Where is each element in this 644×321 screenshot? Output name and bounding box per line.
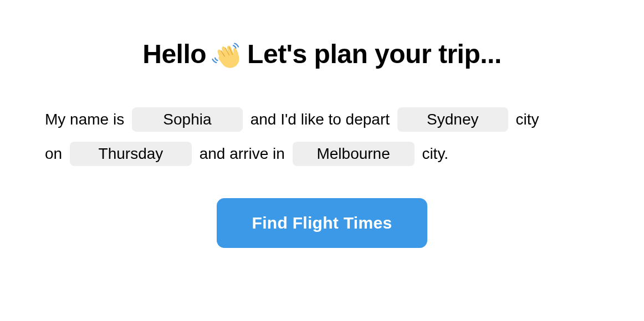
sentence-city2-suffix: city.: [422, 145, 448, 162]
arrive-city-input[interactable]: [293, 142, 415, 166]
waving-hand-icon: [212, 39, 242, 69]
sentence-name-prefix: My name is: [45, 111, 124, 128]
sentence-depart-prefix: and I'd like to depart: [251, 111, 390, 128]
sentence-day-prefix: on: [45, 145, 62, 162]
sentence-arrive-prefix: and arrive in: [200, 145, 285, 162]
name-input[interactable]: [132, 107, 243, 132]
hero-greeting-prefix: Hello: [142, 39, 206, 69]
cta-row: Find Flight Times: [217, 198, 428, 248]
trip-sentence-form: My name is and I'd like to depart city o…: [45, 102, 599, 170]
hero-greeting-suffix: Let's plan your trip...: [247, 39, 502, 69]
depart-city-input[interactable]: [397, 107, 508, 132]
find-flights-button[interactable]: Find Flight Times: [217, 198, 428, 248]
hero-title: Hello Let's plan your trip...: [142, 39, 502, 69]
sentence-city1-suffix: city: [516, 111, 539, 128]
day-input[interactable]: [70, 142, 192, 166]
